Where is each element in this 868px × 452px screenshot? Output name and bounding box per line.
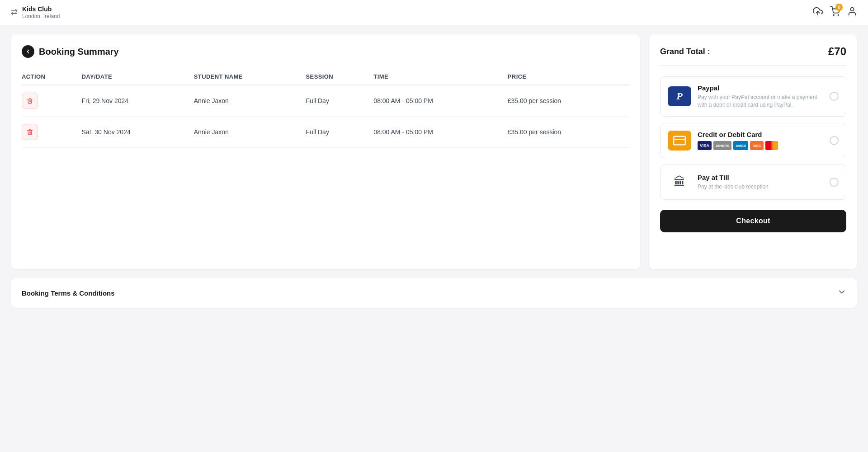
user-icon[interactable] <box>847 6 857 19</box>
grand-total-amount: £70 <box>828 45 846 58</box>
card-icon <box>668 131 691 151</box>
payment-panel: Grand Total : £70 P Paypal Pay with your… <box>649 34 857 269</box>
session-cell: Full Day <box>306 85 374 117</box>
svg-point-2 <box>838 14 839 15</box>
booking-back-button[interactable] <box>22 45 34 58</box>
col-action: ACTION <box>22 69 82 85</box>
till-content: Pay at Till Pay at the kids club recepti… <box>698 174 823 191</box>
time-cell: 08:00 AM - 05:00 PM <box>373 117 507 148</box>
student-cell: Annie Jaxon <box>194 85 306 117</box>
brand-info: Kids Club London, Ireland <box>22 5 60 19</box>
table-row: Sat, 30 Nov 2024 Annie Jaxon Full Day 08… <box>22 117 629 148</box>
booking-summary-heading: Booking Summary <box>39 47 119 57</box>
discover-badge: DISC <box>750 141 763 150</box>
terms-section[interactable]: Booking Terms & Conditions <box>11 278 857 308</box>
table-row: Fri, 29 Nov 2024 Annie Jaxon Full Day 08… <box>22 85 629 117</box>
paypal-content: Paypal Pay with your PayPal account or m… <box>698 84 823 109</box>
action-cell <box>22 85 82 117</box>
header-left: ⇄ Kids Club London, Ireland <box>11 5 60 19</box>
till-title: Pay at Till <box>698 174 823 181</box>
paypal-desc: Pay with your PayPal account or make a p… <box>698 94 823 109</box>
grand-total-label: Grand Total : <box>660 47 710 56</box>
main-content: Booking Summary ACTION DAY/DATE STUDENT … <box>0 25 868 278</box>
diners-badge: DINERS <box>713 141 731 150</box>
terms-title: Booking Terms & Conditions <box>22 289 115 297</box>
delete-button-1[interactable] <box>22 124 38 140</box>
card-icons: VISA DINERS AMEX DISC <box>698 141 823 150</box>
col-student: STUDENT NAME <box>194 69 306 85</box>
col-session: SESSION <box>306 69 374 85</box>
time-cell: 08:00 AM - 05:00 PM <box>373 85 507 117</box>
date-cell: Fri, 29 Nov 2024 <box>82 85 194 117</box>
visa-badge: VISA <box>698 141 712 150</box>
mastercard-badge <box>765 141 778 150</box>
brand-name: Kids Club <box>22 5 60 13</box>
grand-total-row: Grand Total : £70 <box>660 45 846 66</box>
header: ⇄ Kids Club London, Ireland 0 <box>0 0 868 25</box>
cart-icon[interactable]: 0 <box>830 6 840 19</box>
delete-button-0[interactable] <box>22 93 38 109</box>
paypal-radio[interactable] <box>830 92 839 101</box>
checkout-button[interactable]: Checkout <box>660 210 846 232</box>
till-option[interactable]: 🏛 Pay at Till Pay at the kids club recep… <box>660 165 846 200</box>
paypal-option[interactable]: P Paypal Pay with your PayPal account or… <box>660 76 846 117</box>
card-title: Credit or Debit Card <box>698 131 823 138</box>
svg-point-1 <box>833 14 834 15</box>
booking-table: ACTION DAY/DATE STUDENT NAME SESSION TIM… <box>22 69 629 148</box>
header-right: 0 <box>813 6 857 19</box>
till-icon: 🏛 <box>668 172 691 192</box>
terms-chevron-icon <box>837 287 846 299</box>
price-cell: £35.00 per session <box>508 117 629 148</box>
svg-point-3 <box>850 8 854 11</box>
card-radio[interactable] <box>830 136 839 145</box>
till-desc: Pay at the kids club reception <box>698 183 823 191</box>
student-cell: Annie Jaxon <box>194 117 306 148</box>
paypal-icon: P <box>668 86 691 106</box>
table-header-row: ACTION DAY/DATE STUDENT NAME SESSION TIM… <box>22 69 629 85</box>
cart-badge: 0 <box>835 4 843 11</box>
brand-location: London, Ireland <box>22 13 60 19</box>
booking-title: Booking Summary <box>22 45 629 58</box>
card-content: Credit or Debit Card VISA DINERS AMEX DI… <box>698 131 823 150</box>
upload-icon[interactable] <box>813 6 823 19</box>
col-price: PRICE <box>508 69 629 85</box>
svg-rect-4 <box>674 136 685 145</box>
booking-panel: Booking Summary ACTION DAY/DATE STUDENT … <box>11 34 640 269</box>
col-date: DAY/DATE <box>82 69 194 85</box>
amex-badge: AMEX <box>733 141 748 150</box>
paypal-title: Paypal <box>698 84 823 92</box>
back-icon[interactable]: ⇄ <box>11 7 18 17</box>
price-cell: £35.00 per session <box>508 85 629 117</box>
col-time: TIME <box>373 69 507 85</box>
card-option[interactable]: Credit or Debit Card VISA DINERS AMEX DI… <box>660 123 846 158</box>
till-radio[interactable] <box>830 178 839 187</box>
action-cell <box>22 117 82 148</box>
date-cell: Sat, 30 Nov 2024 <box>82 117 194 148</box>
session-cell: Full Day <box>306 117 374 148</box>
